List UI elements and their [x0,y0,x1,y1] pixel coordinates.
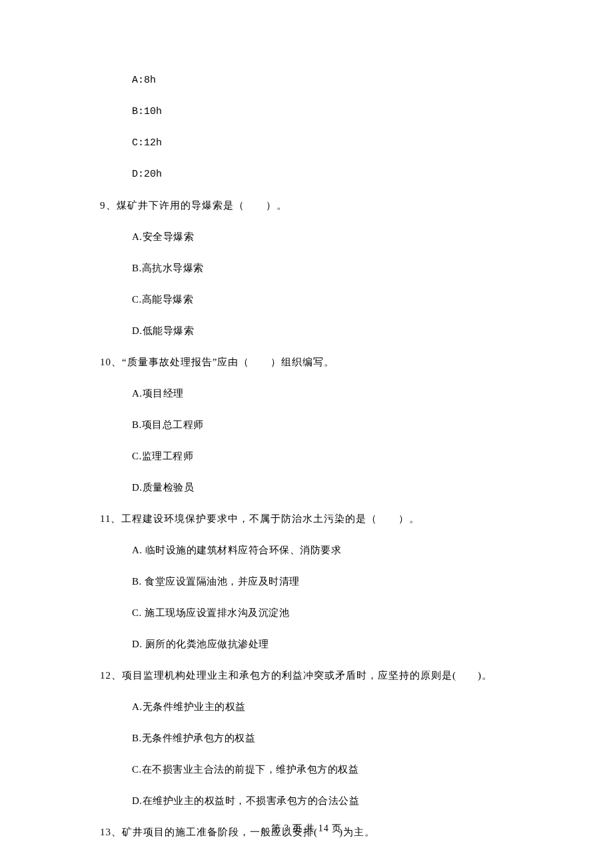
q11-options: A. 临时设施的建筑材料应符合环保、消防要求 B. 食堂应设置隔油池，并应及时清… [100,543,513,651]
q12-option-a: A.无条件维护业主的权益 [132,700,513,714]
q12-option-d: D.在维护业主的权益时，不损害承包方的合法公益 [132,794,513,808]
q10-option-c: C.监理工程师 [132,449,513,463]
q9-option-b: B.高抗水导爆索 [132,261,513,275]
q12-options: A.无条件维护业主的权益 B.无条件维护承包方的权益 C.在不损害业主合法的前提… [100,700,513,808]
q12-option-b: B.无条件维护承包方的权益 [132,731,513,745]
q11-option-c: C. 施工现场应设置排水沟及沉淀池 [132,606,513,620]
q11-stem: 11、工程建设环境保护要求中，不属于防治水土污染的是（ ）。 [100,512,513,526]
q11-option-a: A. 临时设施的建筑材料应符合环保、消防要求 [132,543,513,557]
q9-stem: 9、煤矿井下许用的导爆索是（ ）。 [100,199,513,213]
q9-option-a: A.安全导爆索 [132,230,513,244]
q10-option-a: A.项目经理 [132,387,513,401]
q10-options: A.项目经理 B.项目总工程师 C.监理工程师 D.质量检验员 [100,387,513,495]
q8-option-d: D:20h [132,167,513,181]
q9-option-d: D.低能导爆索 [132,324,513,338]
q10-option-b: B.项目总工程师 [132,418,513,432]
q8-option-c: C:12h [132,136,513,150]
q10-option-d: D.质量检验员 [132,481,513,495]
q10-stem: 10、“质量事故处理报告”应由（ ）组织编写。 [100,355,513,369]
q9-options: A.安全导爆索 B.高抗水导爆索 C.高能导爆索 D.低能导爆索 [100,230,513,338]
q12-stem: 12、项目监理机构处理业主和承包方的利益冲突或矛盾时，应坚持的原则是( )。 [100,669,513,683]
q12-option-c: C.在不损害业主合法的前提下，维护承包方的权益 [132,763,513,777]
q11-option-d: D. 厕所的化粪池应做抗渗处理 [132,637,513,651]
page-content: A:8h B:10h C:12h D:20h 9、煤矿井下许用的导爆索是（ ）。… [0,0,613,839]
q8-options-remainder: A:8h B:10h C:12h D:20h [100,73,513,181]
q8-option-b: B:10h [132,105,513,119]
q11-option-b: B. 食堂应设置隔油池，并应及时清理 [132,575,513,589]
q9-option-c: C.高能导爆索 [132,293,513,307]
q8-option-a: A:8h [132,73,513,87]
page-footer: 第 3 页 共 14 页 [0,823,613,835]
